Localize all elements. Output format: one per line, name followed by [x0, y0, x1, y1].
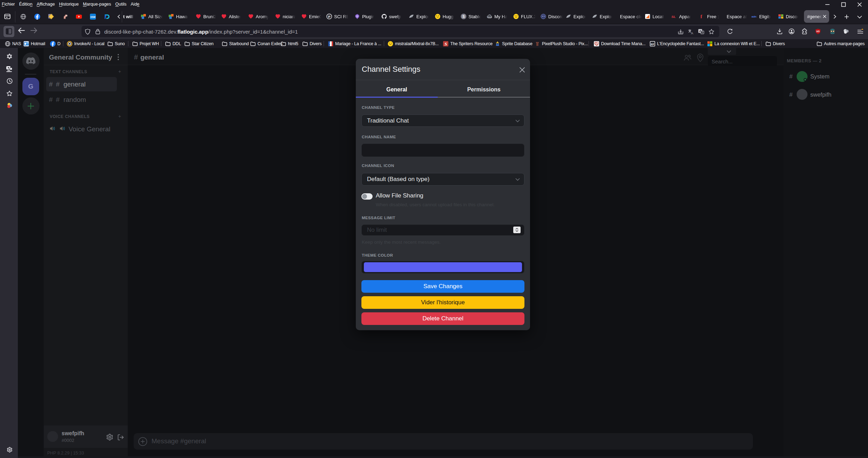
svg-text:f: f: [700, 14, 703, 19]
svg-text:EF: EF: [651, 42, 654, 46]
svg-text:A: A: [691, 31, 693, 35]
svg-text:SL: SL: [671, 15, 676, 19]
svg-text:S: S: [444, 41, 447, 46]
svg-text:S: S: [463, 15, 465, 19]
svg-text:cloud: cloud: [487, 16, 492, 18]
svg-text:P: P: [328, 15, 331, 19]
svg-text:DSM: DSM: [90, 16, 95, 18]
svg-text:adn: adn: [751, 15, 756, 18]
svg-text:UO: UO: [816, 30, 820, 33]
